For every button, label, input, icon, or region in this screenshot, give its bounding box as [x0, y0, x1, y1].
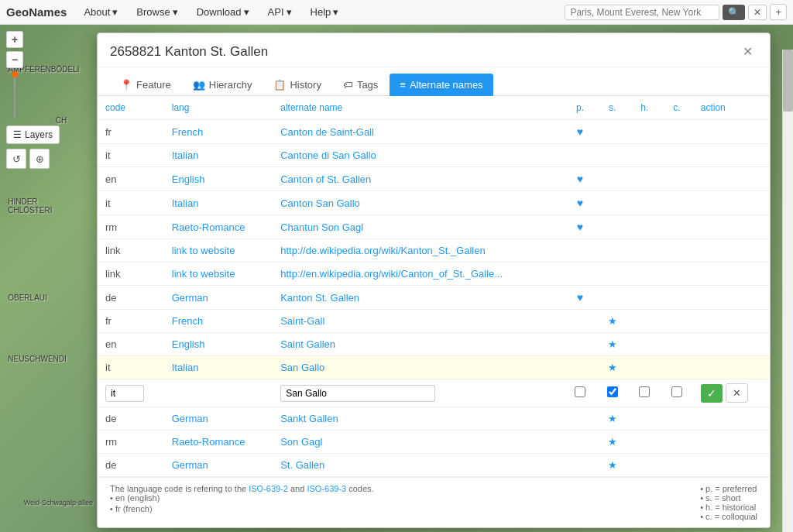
- cell-preferred: [564, 263, 596, 286]
- cell-lang[interactable]: link to website: [164, 263, 273, 286]
- cell-colloquial: [661, 333, 693, 356]
- edit-h-checkbox[interactable]: [639, 386, 650, 397]
- cell-action: [693, 144, 770, 167]
- hierarchy-icon: 👥: [193, 79, 205, 91]
- tab-alternate-names[interactable]: ≡ Alternate names: [390, 74, 493, 96]
- footer-fr-bullet: • fr (french): [110, 504, 374, 513]
- cell-action: [693, 191, 770, 215]
- cell-lang[interactable]: Raeto-Romance: [164, 215, 273, 239]
- clear-search-button[interactable]: ✕: [748, 5, 767, 20]
- short-icon: ★: [608, 459, 617, 471]
- cell-lang[interactable]: German: [164, 454, 273, 477]
- layers-button[interactable]: ☰ Layers: [6, 125, 60, 144]
- edit-name-input[interactable]: [280, 385, 435, 402]
- edit-code-cell: [98, 379, 164, 407]
- cell-colloquial: [661, 454, 693, 477]
- map-label-oberlaui: OBERLAUI: [8, 293, 47, 302]
- cell-code: rm: [98, 431, 164, 454]
- cell-historical: [628, 167, 661, 191]
- nav-download[interactable]: Download ▾: [189, 3, 257, 21]
- modal-close-button[interactable]: ✕: [738, 43, 757, 60]
- cell-colloquial: [661, 191, 693, 215]
- col-c: c.: [661, 96, 693, 120]
- search-button[interactable]: 🔍: [723, 5, 745, 20]
- legend-c: • c. = colloquial: [700, 512, 757, 521]
- map-label-ch: CH: [56, 116, 67, 125]
- cancel-edit-button[interactable]: ✕: [726, 383, 748, 403]
- legend-s: • s. = short: [700, 493, 757, 503]
- edit-s-checkbox[interactable]: [607, 386, 618, 397]
- cell-action: [693, 263, 770, 286]
- cell-historical: [628, 356, 661, 379]
- modal-tabs: 📍 Feature 👥 Hierarchy 📋 History 🏷 Tags ≡…: [98, 67, 770, 96]
- alternate-names-modal: 2658821 Kanton St. Gallen ✕ 📍 Feature 👥 …: [97, 33, 771, 528]
- map-label-weid: Weid-Schwagalp-allee: [24, 499, 93, 506]
- cell-short: [596, 286, 629, 310]
- cell-alt-name[interactable]: http://de.wikipedia.org/wiki/Kanton_St._…: [273, 239, 564, 263]
- cell-lang[interactable]: German: [164, 286, 273, 310]
- zoom-out-button[interactable]: −: [6, 51, 23, 68]
- cell-colloquial: [661, 239, 693, 263]
- cell-historical: [628, 215, 661, 239]
- cell-colloquial: [661, 120, 693, 144]
- map-extra-button[interactable]: ⊕: [29, 149, 50, 169]
- footer-en-bullet: • en (english): [110, 493, 374, 503]
- iso639-3-link[interactable]: ISO-639-3: [307, 484, 346, 493]
- add-search-button[interactable]: +: [770, 4, 787, 20]
- cell-alt-name[interactable]: http://en.wikipedia.org/wiki/Canton_of_S…: [273, 263, 564, 286]
- cell-alt-name: Saint-Gall: [273, 310, 564, 333]
- table-row: deGermanSankt Gallen★: [98, 407, 770, 431]
- cell-lang[interactable]: link to website: [164, 239, 273, 263]
- cell-colloquial: [661, 431, 693, 454]
- tab-tags[interactable]: 🏷 Tags: [333, 74, 388, 96]
- legend-p: • p. = preferred: [700, 484, 757, 493]
- short-icon: ★: [608, 362, 617, 373]
- cell-lang[interactable]: French: [164, 310, 273, 333]
- edit-p-checkbox[interactable]: [575, 386, 585, 397]
- modal-title: 2658821 Kanton St. Gallen: [110, 44, 268, 60]
- nav-api[interactable]: API ▾: [260, 3, 300, 21]
- cell-lang[interactable]: Italian: [164, 356, 273, 379]
- cell-action: [693, 120, 770, 144]
- edit-c-checkbox[interactable]: [671, 386, 682, 397]
- feature-icon: 📍: [120, 79, 132, 91]
- cell-preferred: [564, 407, 596, 431]
- cell-lang[interactable]: Raeto-Romance: [164, 431, 273, 454]
- iso639-2-link[interactable]: ISO-639-2: [249, 484, 288, 493]
- tab-history[interactable]: 📋 History: [263, 74, 331, 96]
- cell-alt-name: Cantone di San Gallo: [273, 144, 564, 167]
- cell-code: it: [98, 356, 164, 379]
- cell-preferred: [564, 356, 596, 379]
- cell-historical: [628, 333, 661, 356]
- cell-lang[interactable]: German: [164, 407, 273, 431]
- nav-help[interactable]: Help ▾: [303, 3, 347, 21]
- cell-code: de: [98, 454, 164, 477]
- alternate-names-table-container[interactable]: code lang alternate name p. s. h. c. act…: [98, 96, 770, 477]
- confirm-edit-button[interactable]: ✓: [701, 384, 723, 403]
- refresh-button[interactable]: ↺: [6, 149, 26, 169]
- cell-lang[interactable]: Italian: [164, 144, 273, 167]
- tab-hierarchy[interactable]: 👥 Hierarchy: [183, 74, 263, 96]
- cell-short: ★: [596, 333, 629, 356]
- cell-lang[interactable]: French: [164, 120, 273, 144]
- cell-preferred: ♥: [564, 286, 596, 310]
- edit-code-input[interactable]: [105, 385, 144, 402]
- cell-code: de: [98, 286, 164, 310]
- search-input[interactable]: [565, 5, 719, 20]
- tab-feature[interactable]: 📍 Feature: [110, 74, 181, 96]
- cell-lang[interactable]: English: [164, 333, 273, 356]
- cell-action: [693, 431, 770, 454]
- cell-code: it: [98, 144, 164, 167]
- cell-colloquial: [661, 310, 693, 333]
- edit-name-cell: [273, 379, 564, 407]
- cell-historical: [628, 144, 661, 167]
- nav-browse[interactable]: Browse ▾: [129, 3, 185, 21]
- cell-code: link: [98, 263, 164, 286]
- zoom-in-button[interactable]: +: [6, 31, 23, 48]
- footer-note: The language code is refering to the ISO…: [110, 484, 374, 521]
- nav-about[interactable]: About ▾: [76, 3, 125, 21]
- cell-lang[interactable]: Italian: [164, 191, 273, 215]
- cell-lang[interactable]: English: [164, 167, 273, 191]
- cell-preferred: [564, 144, 596, 167]
- cell-action: [693, 454, 770, 477]
